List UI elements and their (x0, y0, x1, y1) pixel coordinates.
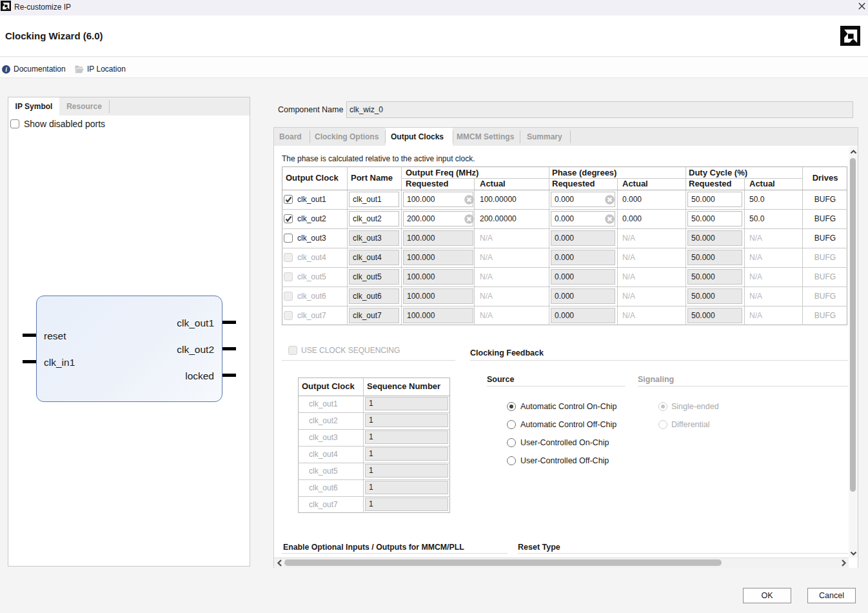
svg-text:i: i (5, 66, 7, 73)
